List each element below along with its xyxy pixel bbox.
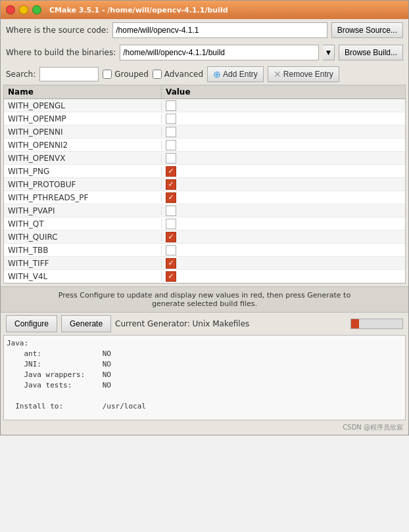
- entry-checkbox[interactable]: [166, 232, 176, 242]
- entry-value[interactable]: [162, 258, 405, 269]
- output-line: Install to: /usr/local: [7, 401, 402, 412]
- entry-name: WITH_OPENNI: [4, 127, 162, 137]
- output-area[interactable]: Java: ant: NO JNI: NO Java wrappers: NO …: [3, 335, 406, 420]
- source-input[interactable]: [112, 22, 327, 38]
- search-label: Search:: [6, 70, 36, 79]
- build-dropdown-arrow[interactable]: ▼: [323, 45, 335, 60]
- output-line: [7, 391, 402, 401]
- entry-checkbox[interactable]: [166, 206, 176, 216]
- output-line: Java tests: NO: [7, 380, 402, 391]
- table-row[interactable]: WITH_QUIRC: [4, 231, 405, 244]
- generate-button[interactable]: Generate: [61, 315, 111, 332]
- table-row[interactable]: WITH_OPENNI: [4, 125, 405, 139]
- entry-checkbox[interactable]: [166, 100, 176, 111]
- table-row[interactable]: WITH_OPENMP: [4, 112, 405, 125]
- entry-checkbox[interactable]: [166, 179, 176, 190]
- col-name-header: Name: [4, 85, 162, 99]
- col-value-header: Value: [162, 85, 405, 99]
- entry-name: WITH_TBB: [4, 246, 162, 255]
- generator-label: Current Generator: Unix Makefiles: [115, 319, 347, 328]
- grouped-text: Grouped: [114, 70, 149, 79]
- output-line: JNI: NO: [7, 359, 402, 370]
- table-row[interactable]: WITH_QT: [4, 217, 405, 231]
- table-header: Name Value: [4, 85, 405, 99]
- progress-bar-fill: [351, 319, 359, 328]
- entry-value[interactable]: [162, 114, 405, 124]
- entry-value[interactable]: [162, 206, 405, 216]
- source-row: Where is the source code: Browse Source.…: [1, 19, 408, 41]
- window-title: CMake 3.5.1 - /home/will/opencv-4.1.1/bu…: [49, 6, 228, 14]
- entry-name: WITH_OPENVX: [4, 154, 162, 163]
- watermark: CSDN @程序员欣宸: [1, 420, 408, 435]
- remove-entry-button[interactable]: ✕ Remove Entry: [268, 66, 339, 82]
- titlebar: CMake 3.5.1 - /home/will/opencv-4.1.1/bu…: [1, 1, 408, 19]
- entry-checkbox[interactable]: [166, 271, 176, 282]
- close-button[interactable]: [6, 5, 15, 14]
- build-row: Where to build the binaries: ▼ Browse Bu…: [1, 41, 408, 64]
- add-icon: ⊕: [213, 69, 221, 79]
- source-label: Where is the source code:: [6, 26, 108, 35]
- entry-value[interactable]: [162, 127, 405, 137]
- configure-button[interactable]: Configure: [6, 315, 57, 332]
- entry-name: WITH_V4L: [4, 272, 162, 281]
- entry-name: WITH_OPENGL: [4, 101, 162, 110]
- entry-value[interactable]: [162, 192, 405, 203]
- table-row[interactable]: WITH_PNG: [4, 165, 405, 178]
- grouped-checkbox[interactable]: [103, 70, 112, 79]
- remove-entry-label: Remove Entry: [283, 70, 333, 79]
- table-row[interactable]: WITH_PROTOBUF: [4, 178, 405, 191]
- entry-value[interactable]: [162, 245, 405, 255]
- advanced-checkbox[interactable]: [153, 70, 162, 79]
- status-bar: Press Configure to update and display ne…: [1, 286, 408, 313]
- entry-checkbox[interactable]: [166, 114, 176, 124]
- entries-table: Name Value WITH_OPENGLWITH_OPENMPWITH_OP…: [3, 85, 406, 284]
- cmake-window: CMake 3.5.1 - /home/will/opencv-4.1.1/bu…: [0, 0, 409, 435]
- minimize-button[interactable]: [19, 5, 28, 14]
- entry-checkbox[interactable]: [166, 245, 176, 255]
- output-line: [7, 412, 402, 420]
- table-row[interactable]: WITH_OPENVX: [4, 152, 405, 165]
- entry-value[interactable]: [162, 219, 405, 229]
- search-input[interactable]: [39, 67, 99, 81]
- entry-value[interactable]: [162, 100, 405, 111]
- entry-checkbox[interactable]: [166, 166, 176, 177]
- table-row[interactable]: WITH_TIFF: [4, 257, 405, 270]
- table-row[interactable]: WITH_TBB: [4, 244, 405, 257]
- entry-value[interactable]: [162, 271, 405, 282]
- entry-checkbox[interactable]: [166, 140, 176, 150]
- table-row[interactable]: WITH_PTHREADS_PF: [4, 191, 405, 204]
- watermark-text: CSDN @程序员欣宸: [343, 424, 403, 431]
- entry-checkbox[interactable]: [166, 127, 176, 137]
- entry-checkbox[interactable]: [166, 153, 176, 164]
- advanced-label[interactable]: Advanced: [153, 70, 203, 79]
- remove-icon: ✕: [274, 69, 281, 79]
- maximize-button[interactable]: [32, 5, 41, 14]
- output-line: ant: NO: [7, 349, 402, 359]
- table-row[interactable]: WITH_V4L: [4, 270, 405, 283]
- entry-name: WITH_QUIRC: [4, 233, 162, 242]
- entry-name: WITH_PNG: [4, 167, 162, 176]
- table-row[interactable]: WITH_PVAPI: [4, 204, 405, 217]
- entry-name: WITH_QT: [4, 219, 162, 229]
- build-input[interactable]: [120, 45, 319, 60]
- table-row[interactable]: WITH_OPENGL: [4, 99, 405, 112]
- table-body: WITH_OPENGLWITH_OPENMPWITH_OPENNIWITH_OP…: [4, 99, 405, 283]
- build-label: Where to build the binaries:: [6, 48, 116, 57]
- entry-checkbox[interactable]: [166, 192, 176, 203]
- grouped-label[interactable]: Grouped: [103, 70, 149, 79]
- entry-value[interactable]: [162, 140, 405, 150]
- action-bar: Configure Generate Current Generator: Un…: [1, 313, 408, 335]
- entry-value[interactable]: [162, 179, 405, 190]
- table-row[interactable]: WITH_OPENNI2: [4, 139, 405, 152]
- entry-checkbox[interactable]: [166, 219, 176, 229]
- entry-checkbox[interactable]: [166, 258, 176, 269]
- output-line: Java:: [7, 338, 402, 349]
- entry-name: WITH_PVAPI: [4, 206, 162, 215]
- add-entry-button[interactable]: ⊕ Add Entry: [207, 66, 264, 82]
- entry-value[interactable]: [162, 153, 405, 164]
- entry-value[interactable]: [162, 232, 405, 242]
- entry-value[interactable]: [162, 166, 405, 177]
- browse-build-button[interactable]: Browse Build...: [339, 45, 403, 60]
- browse-source-button[interactable]: Browse Source...: [331, 22, 403, 38]
- progress-bar: [350, 319, 403, 329]
